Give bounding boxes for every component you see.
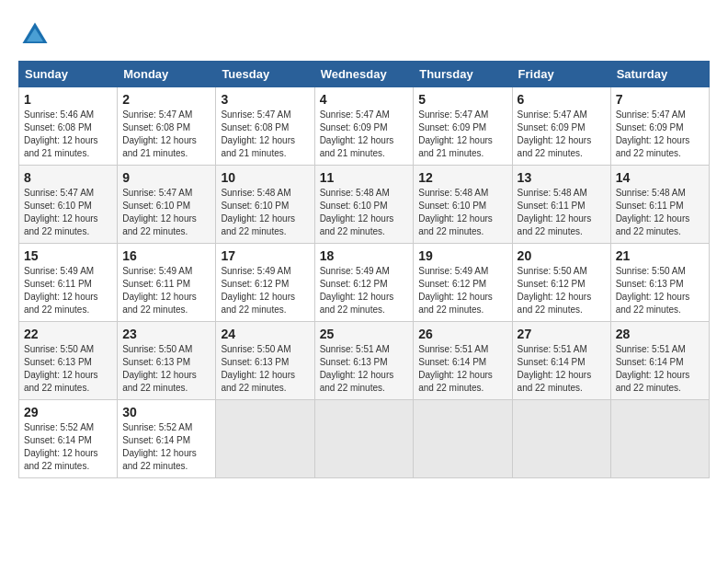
weekday-header-saturday: Saturday xyxy=(610,62,709,87)
day-info: Sunrise: 5:52 AMSunset: 6:14 PMDaylight:… xyxy=(122,422,197,471)
day-info: Sunrise: 5:50 AMSunset: 6:13 PMDaylight:… xyxy=(24,344,98,393)
weekday-header-row: SundayMondayTuesdayWednesdayThursdayFrid… xyxy=(19,62,710,87)
calendar-cell: 2 Sunrise: 5:47 AMSunset: 6:08 PMDayligh… xyxy=(118,87,216,166)
day-number: 15 xyxy=(24,248,112,263)
calendar-week-2: 8 Sunrise: 5:47 AMSunset: 6:10 PMDayligh… xyxy=(19,166,710,244)
weekday-header-sunday: Sunday xyxy=(19,62,118,87)
calendar-cell: 3 Sunrise: 5:47 AMSunset: 6:08 PMDayligh… xyxy=(216,87,314,166)
day-info: Sunrise: 5:47 AMSunset: 6:08 PMDaylight:… xyxy=(221,109,295,158)
calendar-cell: 12 Sunrise: 5:48 AMSunset: 6:10 PMDaylig… xyxy=(414,166,512,244)
day-number: 7 xyxy=(616,92,704,107)
calendar-cell: 8 Sunrise: 5:47 AMSunset: 6:10 PMDayligh… xyxy=(19,166,118,244)
day-info: Sunrise: 5:48 AMSunset: 6:11 PMDaylight:… xyxy=(518,188,592,236)
calendar-week-3: 15 Sunrise: 5:49 AMSunset: 6:11 PMDaylig… xyxy=(19,244,710,322)
day-number: 4 xyxy=(320,92,409,107)
calendar-cell: 30 Sunrise: 5:52 AMSunset: 6:14 PMDaylig… xyxy=(118,400,216,478)
day-info: Sunrise: 5:51 AMSunset: 6:14 PMDaylight:… xyxy=(518,344,592,393)
calendar-cell: 13 Sunrise: 5:48 AMSunset: 6:11 PMDaylig… xyxy=(512,166,610,244)
calendar-cell: 26 Sunrise: 5:51 AMSunset: 6:14 PMDaylig… xyxy=(414,322,512,400)
logo-icon xyxy=(18,18,51,52)
day-info: Sunrise: 5:51 AMSunset: 6:13 PMDaylight:… xyxy=(320,344,394,393)
logo xyxy=(18,18,57,52)
calendar-cell: 17 Sunrise: 5:49 AMSunset: 6:12 PMDaylig… xyxy=(216,244,314,322)
weekday-header-tuesday: Tuesday xyxy=(216,62,314,87)
day-info: Sunrise: 5:47 AMSunset: 6:10 PMDaylight:… xyxy=(122,188,197,236)
calendar-cell: 16 Sunrise: 5:49 AMSunset: 6:11 PMDaylig… xyxy=(118,244,216,322)
day-number: 21 xyxy=(616,248,704,263)
day-info: Sunrise: 5:50 AMSunset: 6:12 PMDaylight:… xyxy=(518,266,592,315)
calendar-cell: 27 Sunrise: 5:51 AMSunset: 6:14 PMDaylig… xyxy=(512,322,610,400)
day-number: 9 xyxy=(122,170,210,185)
calendar-cell: 11 Sunrise: 5:48 AMSunset: 6:10 PMDaylig… xyxy=(314,166,414,244)
day-info: Sunrise: 5:48 AMSunset: 6:10 PMDaylight:… xyxy=(418,188,493,236)
day-info: Sunrise: 5:51 AMSunset: 6:14 PMDaylight:… xyxy=(418,344,493,393)
day-info: Sunrise: 5:52 AMSunset: 6:14 PMDaylight:… xyxy=(24,422,98,471)
calendar-cell: 20 Sunrise: 5:50 AMSunset: 6:12 PMDaylig… xyxy=(512,244,610,322)
calendar-cell: 19 Sunrise: 5:49 AMSunset: 6:12 PMDaylig… xyxy=(414,244,512,322)
weekday-header-monday: Monday xyxy=(118,62,216,87)
day-number: 2 xyxy=(122,92,210,107)
calendar-cell: 24 Sunrise: 5:50 AMSunset: 6:13 PMDaylig… xyxy=(216,322,314,400)
day-number: 11 xyxy=(320,170,409,185)
calendar-cell: 29 Sunrise: 5:52 AMSunset: 6:14 PMDaylig… xyxy=(19,400,118,478)
weekday-header-thursday: Thursday xyxy=(414,62,512,87)
calendar-cell: 5 Sunrise: 5:47 AMSunset: 6:09 PMDayligh… xyxy=(414,87,512,166)
day-number: 23 xyxy=(122,327,210,341)
day-info: Sunrise: 5:47 AMSunset: 6:09 PMDaylight:… xyxy=(518,109,592,158)
day-number: 20 xyxy=(518,248,606,263)
calendar-cell xyxy=(610,400,709,478)
calendar-week-5: 29 Sunrise: 5:52 AMSunset: 6:14 PMDaylig… xyxy=(19,400,710,478)
day-info: Sunrise: 5:47 AMSunset: 6:08 PMDaylight:… xyxy=(122,109,197,158)
day-info: Sunrise: 5:48 AMSunset: 6:10 PMDaylight:… xyxy=(221,188,295,236)
day-number: 12 xyxy=(418,170,506,185)
calendar-cell: 10 Sunrise: 5:48 AMSunset: 6:10 PMDaylig… xyxy=(216,166,314,244)
day-number: 19 xyxy=(418,248,506,263)
calendar-cell: 22 Sunrise: 5:50 AMSunset: 6:13 PMDaylig… xyxy=(19,322,118,400)
day-number: 8 xyxy=(24,170,112,185)
day-number: 16 xyxy=(122,248,210,263)
day-number: 22 xyxy=(24,327,112,341)
calendar-cell: 21 Sunrise: 5:50 AMSunset: 6:13 PMDaylig… xyxy=(610,244,709,322)
weekday-header-friday: Friday xyxy=(512,62,610,87)
day-info: Sunrise: 5:47 AMSunset: 6:09 PMDaylight:… xyxy=(320,109,394,158)
day-info: Sunrise: 5:48 AMSunset: 6:11 PMDaylight:… xyxy=(616,188,690,236)
day-info: Sunrise: 5:49 AMSunset: 6:11 PMDaylight:… xyxy=(122,266,197,315)
day-info: Sunrise: 5:47 AMSunset: 6:09 PMDaylight:… xyxy=(418,109,493,158)
calendar-cell: 23 Sunrise: 5:50 AMSunset: 6:13 PMDaylig… xyxy=(118,322,216,400)
day-number: 3 xyxy=(221,92,309,107)
calendar-cell xyxy=(314,400,414,478)
calendar-body: 1 Sunrise: 5:46 AMSunset: 6:08 PMDayligh… xyxy=(19,87,710,478)
day-number: 13 xyxy=(518,170,606,185)
day-info: Sunrise: 5:49 AMSunset: 6:12 PMDaylight:… xyxy=(221,266,295,315)
day-number: 25 xyxy=(320,327,409,341)
day-info: Sunrise: 5:49 AMSunset: 6:12 PMDaylight:… xyxy=(418,266,493,315)
day-info: Sunrise: 5:51 AMSunset: 6:14 PMDaylight:… xyxy=(616,344,690,393)
day-info: Sunrise: 5:47 AMSunset: 6:09 PMDaylight:… xyxy=(616,109,690,158)
day-info: Sunrise: 5:49 AMSunset: 6:12 PMDaylight:… xyxy=(320,266,394,315)
day-number: 27 xyxy=(518,327,606,341)
calendar-cell: 1 Sunrise: 5:46 AMSunset: 6:08 PMDayligh… xyxy=(19,87,118,166)
calendar-cell xyxy=(414,400,512,478)
day-info: Sunrise: 5:50 AMSunset: 6:13 PMDaylight:… xyxy=(122,344,197,393)
day-number: 29 xyxy=(24,405,112,419)
calendar-week-4: 22 Sunrise: 5:50 AMSunset: 6:13 PMDaylig… xyxy=(19,322,710,400)
calendar-cell: 9 Sunrise: 5:47 AMSunset: 6:10 PMDayligh… xyxy=(118,166,216,244)
day-info: Sunrise: 5:47 AMSunset: 6:10 PMDaylight:… xyxy=(24,188,98,236)
calendar-cell: 18 Sunrise: 5:49 AMSunset: 6:12 PMDaylig… xyxy=(314,244,414,322)
day-number: 30 xyxy=(122,405,210,419)
day-info: Sunrise: 5:48 AMSunset: 6:10 PMDaylight:… xyxy=(320,188,394,236)
calendar-cell: 28 Sunrise: 5:51 AMSunset: 6:14 PMDaylig… xyxy=(610,322,709,400)
day-number: 24 xyxy=(221,327,309,341)
calendar-cell: 7 Sunrise: 5:47 AMSunset: 6:09 PMDayligh… xyxy=(610,87,709,166)
weekday-header-wednesday: Wednesday xyxy=(314,62,414,87)
calendar-table: SundayMondayTuesdayWednesdayThursdayFrid… xyxy=(18,61,710,478)
calendar-cell: 14 Sunrise: 5:48 AMSunset: 6:11 PMDaylig… xyxy=(610,166,709,244)
day-number: 17 xyxy=(221,248,309,263)
day-number: 10 xyxy=(221,170,309,185)
calendar-cell: 15 Sunrise: 5:49 AMSunset: 6:11 PMDaylig… xyxy=(19,244,118,322)
day-info: Sunrise: 5:46 AMSunset: 6:08 PMDaylight:… xyxy=(24,109,98,158)
day-number: 26 xyxy=(418,327,506,341)
calendar-cell xyxy=(512,400,610,478)
calendar-week-1: 1 Sunrise: 5:46 AMSunset: 6:08 PMDayligh… xyxy=(19,87,710,166)
day-info: Sunrise: 5:50 AMSunset: 6:13 PMDaylight:… xyxy=(616,266,690,315)
